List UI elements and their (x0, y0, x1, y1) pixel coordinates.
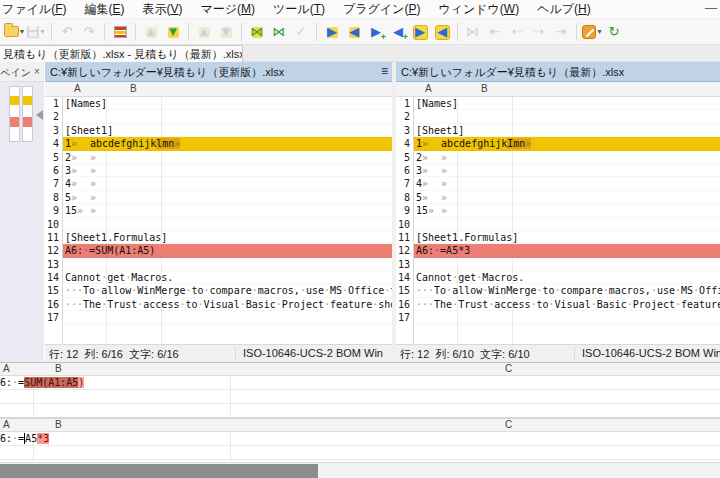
horizontal-scrollbar[interactable] (0, 462, 720, 478)
pane-menu-icon[interactable]: ≡ (381, 64, 388, 78)
editor-line-7[interactable]: 74»» (396, 177, 720, 190)
menu-t[interactable]: ツール(T) (264, 0, 334, 19)
refresh-button[interactable]: ↻ (603, 21, 625, 43)
copy-right-and-advance-button[interactable]: ▶+ (365, 21, 387, 43)
diff-filter-button[interactable]: ✓ (290, 21, 312, 43)
editor-line-15[interactable]: 15···To·allow·WinMerge·to·compare·macros… (45, 284, 392, 297)
editor-line-2[interactable]: 2 (45, 110, 392, 123)
menu-m[interactable]: マージ(M) (192, 0, 265, 19)
editor-line-5[interactable]: 52»» (45, 151, 392, 164)
editor-line-4-diff[interactable]: 41»abcdefghijklmn» (45, 137, 392, 150)
line-content[interactable] (62, 311, 392, 324)
line-content[interactable]: 2»» (413, 151, 720, 164)
editor-line-4-diff[interactable]: 41»abcdefghijkImn» (396, 137, 720, 150)
close-icon[interactable]: × (32, 66, 42, 77)
diff-detail-pane-right[interactable]: ABC6:·=A5*3 (0, 419, 720, 462)
next-conflict-button[interactable]: ⇢ (528, 21, 550, 43)
editor-line-12-diff[interactable]: 12A6:·=A5*3 (396, 244, 720, 257)
line-content[interactable]: ···The·Trust·access·to·Visual·Basic·Proj… (413, 298, 720, 311)
line-content[interactable]: [Sheet1.Formulas] (413, 231, 720, 244)
editor-line-10[interactable]: 10 (396, 218, 720, 231)
line-content[interactable] (62, 218, 392, 231)
first-conflict-button[interactable]: ⇤ (484, 21, 506, 43)
editor-line-16[interactable]: 16···The·Trust·access·to·Visual·Basic·Pr… (396, 298, 720, 311)
line-content[interactable] (413, 218, 720, 231)
line-content[interactable]: 3»» (62, 164, 392, 177)
line-content[interactable] (62, 110, 392, 123)
line-content[interactable]: 15»» (413, 204, 720, 217)
menu-h[interactable]: ヘルプ(H) (528, 0, 600, 19)
editor-line-5[interactable]: 52»» (396, 151, 720, 164)
undo-button[interactable]: ↶ (56, 21, 78, 43)
line-content[interactable]: 1»abcdefghijklmn» (62, 137, 392, 150)
editor-line-12-diff[interactable]: 12A6:·=SUM(A1:A5) (45, 244, 392, 257)
location-bar-left[interactable] (9, 86, 20, 142)
line-content[interactable]: 4»» (413, 177, 720, 190)
diff-location-band[interactable] (23, 117, 32, 127)
editor-line-14[interactable]: 14Cannot·get·Macros. (45, 271, 392, 284)
editor-line-13[interactable]: 13 (396, 258, 720, 271)
copy-left-button[interactable]: ◀ (343, 21, 365, 43)
diff-detail-pane-left[interactable]: ABC6:·=SUM(A1:A5) (0, 362, 720, 417)
line-content[interactable]: ···To·allow·WinMerge·to·compare·macros,·… (62, 284, 392, 297)
diff-location-band[interactable] (10, 96, 19, 105)
copy-right-button[interactable]: ▶ (321, 21, 343, 43)
menu-p[interactable]: プラグイン(P) (334, 0, 429, 19)
editor-line-11[interactable]: 11[Sheet1.Formulas] (45, 231, 392, 244)
editor-line-15[interactable]: 15···To·allow·WinMerge·to·compare·macros… (396, 284, 720, 297)
first-diff-button[interactable]: ▲ (193, 21, 215, 43)
editor-line-3[interactable]: 3[Sheet1] (396, 124, 720, 137)
editor-line-7[interactable]: 74»» (45, 177, 392, 190)
editor-line-1[interactable]: 1[Names] (396, 97, 720, 110)
editor-line-3[interactable]: 3[Sheet1] (45, 124, 392, 137)
line-content[interactable] (413, 311, 720, 324)
open-button[interactable]: ▾ (3, 21, 25, 43)
editor-line-16[interactable]: 16···The·Trust·access·to·Visual·Basic·Pr… (45, 298, 392, 311)
line-content[interactable]: [Sheet1] (62, 124, 392, 137)
editor-line-6[interactable]: 63»» (45, 164, 392, 177)
editor-line-9[interactable]: 915»» (45, 204, 392, 217)
editor-line-2[interactable]: 2 (396, 110, 720, 123)
redo-button[interactable]: ↷ (78, 21, 100, 43)
line-content[interactable]: A6:·=A5*3 (413, 244, 720, 257)
editor-line-17[interactable]: 17 (396, 311, 720, 324)
save-button[interactable]: ▾ (25, 21, 47, 43)
location-bars[interactable] (0, 82, 44, 362)
editor-left[interactable]: AB 1[Names]23[Sheet1]41»abcdefghijklmn»5… (45, 82, 392, 344)
line-content[interactable] (62, 258, 392, 271)
copy-all-left-button[interactable]: ◀ (431, 21, 453, 43)
menu-e[interactable]: 編集(E) (75, 0, 133, 19)
prev-conflict-button[interactable]: ⇠ (506, 21, 528, 43)
line-content[interactable] (413, 110, 720, 123)
location-bar-right[interactable] (22, 86, 33, 142)
line-content[interactable]: ···The·Trust·access·to·Visual·Basic·Proj… (62, 298, 392, 311)
select-line-diff-button[interactable]: ⋈ (246, 21, 268, 43)
minimize-button[interactable]: — (704, 2, 718, 16)
last-diff-button[interactable]: ▼ (215, 21, 237, 43)
next-diff-button[interactable]: ▼ (162, 21, 184, 43)
line-content[interactable]: 5»» (62, 191, 392, 204)
line-content[interactable]: 3»» (413, 164, 720, 177)
editor-line-13[interactable]: 13 (45, 258, 392, 271)
copy-all-right-button[interactable]: ▶ (409, 21, 431, 43)
line-content[interactable]: [Names] (413, 97, 720, 110)
editor-right[interactable]: AB 1[Names]23[Sheet1]41»abcdefghijkImn»5… (396, 82, 720, 344)
editor-line-10[interactable]: 10 (45, 218, 392, 231)
editor-line-11[interactable]: 11[Sheet1.Formulas] (396, 231, 720, 244)
last-conflict-button[interactable]: ⇥ (550, 21, 572, 43)
line-content[interactable]: A6:·=SUM(A1:A5) (62, 244, 392, 257)
line-content[interactable]: 1»abcdefghijkImn» (413, 137, 720, 150)
line-content[interactable]: [Sheet1] (413, 124, 720, 137)
document-tab[interactable]: 見積もり（更新版）.xlsx - 見積もり（最新）.xlsx (0, 45, 243, 62)
diff-location-band[interactable] (10, 117, 19, 127)
options-button[interactable]: ▾ (581, 21, 603, 43)
editor-line-9[interactable]: 915»» (396, 204, 720, 217)
current-diff-button[interactable] (109, 21, 131, 43)
menu-v[interactable]: 表示(V) (133, 0, 191, 19)
editor-line-8[interactable]: 85»» (396, 191, 720, 204)
line-content[interactable]: 5»» (413, 191, 720, 204)
line-content[interactable]: ···To·allow·WinMerge·to·compare·macros,·… (413, 284, 720, 297)
scrollbar-thumb[interactable] (0, 464, 318, 478)
line-content[interactable]: 15»» (62, 204, 392, 217)
menu-w[interactable]: ウィンドウ(W) (429, 0, 528, 19)
